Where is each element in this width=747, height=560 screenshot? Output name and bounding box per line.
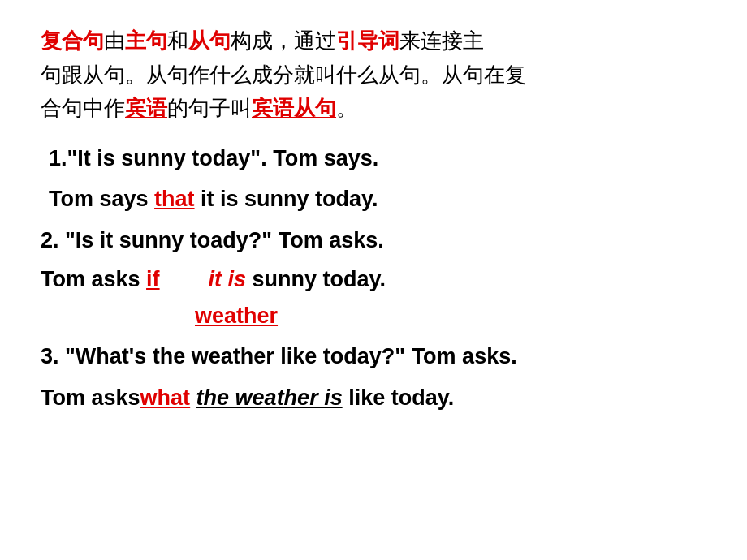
ex3-number: 3. "What's the weather like today?" Tom … <box>41 344 517 368</box>
page: 复合句由主句和从句构成，通过引导词来连接主 句跟从句。从句作什么成分就叫什么从句… <box>0 0 747 560</box>
intro-text1: 由 <box>104 28 125 53</box>
intro-text3: 构成，通过 <box>231 28 336 53</box>
intro-yindaoci: 引导词 <box>336 28 399 53</box>
ex1-number: 1."It is sunny today". Tom says. <box>49 146 378 170</box>
intro-bingyucongju: 宾语从句 <box>252 96 336 120</box>
example-3-sentence2: Tom askswhat the weather is like today. <box>41 381 706 415</box>
ex3-what: what <box>140 386 191 410</box>
example-3-group: 3. "What's the weather like today?" Tom … <box>41 340 706 414</box>
ex2-if: if <box>146 267 160 291</box>
ex2-post: sunny today. <box>246 267 386 291</box>
ex3-pre: Tom asks <box>41 386 140 410</box>
example-2-sentence2: Tom asks if it is sunny today. <box>41 263 706 296</box>
example-2-weather-line: weather <box>195 299 706 333</box>
intro-paragraph: 复合句由主句和从句构成，通过引导词来连接主 句跟从句。从句作什么成分就叫什么从句… <box>41 24 706 126</box>
example-1-group: 1."It is sunny today". Tom says. Tom say… <box>41 142 706 216</box>
intro-text8: 。 <box>336 96 357 120</box>
intro-zhuju: 主句 <box>125 28 167 53</box>
ex3-theweatheris: the weather is <box>196 386 343 410</box>
ex2-itis: it is <box>209 267 247 291</box>
intro-text6: 合句中作 <box>41 96 125 120</box>
ex1-pre: Tom says <box>49 187 154 211</box>
example-2-group: 2. "Is it sunny toady?" Tom asks. Tom as… <box>41 224 706 333</box>
ex2-weather: weather <box>195 304 278 328</box>
ex2-space1 <box>160 267 209 291</box>
ex3-post: like today. <box>343 386 455 410</box>
ex1-that: that <box>154 187 195 211</box>
ex3-connector: what <box>140 386 191 410</box>
ex2-pre: Tom asks <box>41 267 146 291</box>
ex1-post: it is sunny today. <box>195 187 378 211</box>
intro-text7: 的句子叫 <box>167 96 252 120</box>
intro-fujuzi: 复合句 <box>41 28 104 53</box>
intro-text4: 来连接主 <box>399 28 484 53</box>
example-2-sentence1: 2. "Is it sunny toady?" Tom asks. <box>41 224 706 257</box>
intro-congju: 从句 <box>188 28 231 53</box>
example-3-sentence1: 3. "What's the weather like today?" Tom … <box>41 340 706 373</box>
ex3-space <box>190 386 196 410</box>
ex2-number: 2. "Is it sunny toady?" Tom asks. <box>41 228 384 252</box>
example-1-sentence1: 1."It is sunny today". Tom says. <box>49 142 706 175</box>
example-1-sentence2: Tom says that it is sunny today. <box>49 183 706 216</box>
intro-text5: 句跟从句。从句作什么成分就叫什么从句。从句在复 <box>41 62 526 87</box>
intro-text2: 和 <box>167 28 188 53</box>
examples-content: 1."It is sunny today". Tom says. Tom say… <box>41 142 706 415</box>
intro-bingyu: 宾语 <box>125 96 167 120</box>
